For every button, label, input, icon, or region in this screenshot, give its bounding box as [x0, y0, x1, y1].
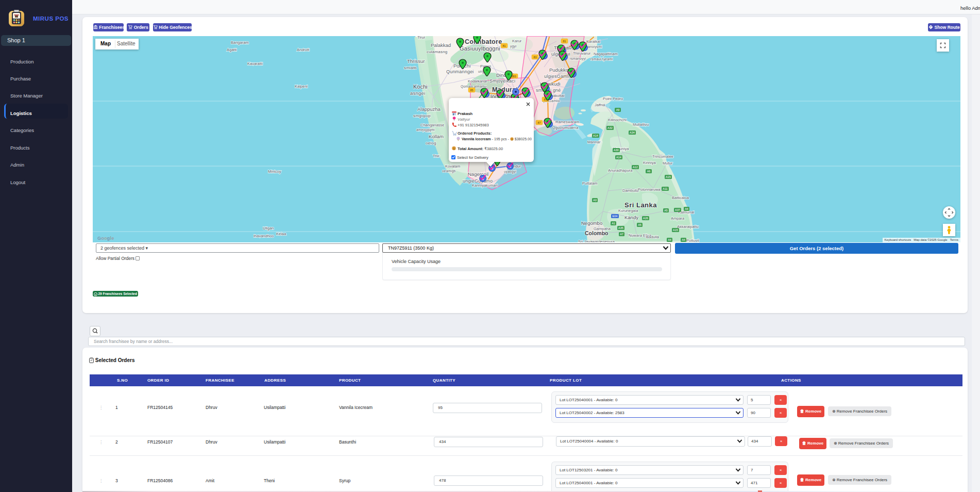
svg-text:Smjoyeikaci: Smjoyeikaci: [489, 78, 515, 84]
svg-text:uyabgyi: uyabgyi: [504, 170, 516, 174]
svg-text:ygyi: ygyi: [510, 44, 516, 48]
svg-text:Minicoy: Minicoy: [268, 169, 281, 174]
svg-text:Batticaloa: Batticaloa: [672, 195, 689, 200]
svg-text:Anuradhapura: Anuradhapura: [608, 168, 633, 173]
svg-text:A14: A14: [616, 156, 621, 159]
svg-text:Mullaitivu: Mullaitivu: [633, 122, 649, 127]
svg-text:Thrissur: Thrissur: [407, 58, 425, 64]
svg-text:87: 87: [537, 121, 540, 124]
svg-text:A9: A9: [616, 108, 620, 111]
svg-text:Pottuvil: Pottuvil: [686, 238, 699, 242]
svg-text:Akkaraipattu: Akkaraipattu: [677, 224, 699, 229]
svg-text:asngei: asngei: [410, 90, 425, 96]
svg-text:A4: A4: [685, 207, 688, 210]
svg-text:A5: A5: [664, 209, 668, 212]
svg-text:Kurunegala: Kurunegala: [618, 208, 638, 213]
svg-text:Dambulla: Dambulla: [622, 188, 639, 193]
svg-text:Jaffna: Jaffna: [595, 103, 605, 107]
svg-text:Palakkad: Palakkad: [431, 42, 451, 48]
svg-text:Kelaa: Kelaa: [276, 232, 286, 236]
svg-text:rsmanoyyi: rsmanoyyi: [570, 57, 586, 61]
svg-text:85: 85: [470, 89, 473, 92]
svg-text:A6: A6: [647, 170, 651, 173]
svg-text:Mutur: Mutur: [663, 161, 673, 166]
svg-text:A15: A15: [673, 228, 678, 232]
svg-text:Changanasse: Changanasse: [420, 123, 444, 127]
svg-text:A1: A1: [612, 222, 615, 225]
svg-text:A4: A4: [682, 238, 685, 241]
svg-text:Kanniyakumari: Kanniyakumari: [472, 183, 498, 188]
svg-text:Ihavandhoo: Ihavandhoo: [254, 234, 274, 238]
svg-text:A3: A3: [593, 199, 597, 202]
svg-text:A12: A12: [633, 166, 638, 169]
svg-text:Sri Jayawardenepura: Sri Jayawardenepura: [578, 239, 615, 242]
svg-text:E04: E04: [613, 215, 618, 218]
svg-text:Gasiuuylbqggni: Gasiuuylbqggni: [460, 45, 500, 52]
svg-text:A32: A32: [607, 126, 613, 129]
svg-text:Polonnaruwa: Polonnaruwa: [638, 187, 661, 192]
svg-text:83: 83: [533, 56, 536, 59]
svg-text:A35: A35: [618, 226, 623, 229]
svg-text:Agatti: Agatti: [227, 47, 237, 52]
svg-text:Tirur: Tirur: [417, 36, 426, 40]
svg-text:A26: A26: [643, 217, 648, 220]
svg-text:Badulla: Badulla: [646, 235, 660, 239]
svg-text:Point Pedro: Point Pedro: [603, 96, 623, 101]
svg-text:Kodaikanal: Kodaikanal: [468, 79, 487, 84]
svg-text:smgiqoqi: smgiqoqi: [413, 113, 431, 118]
svg-text:Gampaha: Gampaha: [594, 226, 611, 231]
svg-text:Kollam: Kollam: [429, 134, 444, 139]
svg-text:Andrott: Andrott: [297, 47, 310, 52]
svg-text:A7: A7: [620, 233, 623, 236]
svg-text:Kinniya: Kinniya: [643, 160, 656, 165]
svg-text:A30: A30: [614, 149, 619, 152]
svg-text:Kalpeni: Kalpeni: [295, 84, 308, 89]
svg-text:Kilinochchi: Kilinochchi: [608, 118, 627, 122]
svg-text:A14: A14: [593, 134, 598, 137]
svg-text:Karaikal: Karaikal: [586, 39, 600, 44]
svg-text:Trincomalee: Trincomalee: [652, 154, 673, 159]
svg-text:ameoodqmi: ameoodqmi: [416, 128, 435, 132]
svg-text:rsmauLtyeami: rsmauLtyeami: [590, 57, 613, 61]
svg-text:oeamigb: oeamigb: [442, 169, 456, 173]
svg-text:culamasng: culamasng: [427, 50, 448, 54]
svg-text:81: 81: [563, 40, 566, 43]
svg-text:Sri Lanka: Sri Lanka: [624, 201, 657, 209]
svg-text:A11: A11: [663, 187, 667, 190]
svg-text:Mannar: Mannar: [587, 140, 601, 144]
svg-text:A15: A15: [666, 175, 671, 178]
svg-text:81: 81: [502, 44, 505, 47]
svg-text:Uligan: Uligan: [263, 226, 274, 231]
svg-text:$: $: [511, 138, 513, 141]
svg-text:A37: A37: [675, 208, 680, 211]
svg-text:Kandy: Kandy: [624, 215, 638, 220]
svg-text:Qunmanngei: Qunmanngei: [446, 69, 474, 74]
svg-text:ungieGuyamo: ungieGuyamo: [463, 178, 493, 184]
svg-text:Thiruvarur: Thiruvarur: [573, 51, 591, 56]
svg-text:Bangaram: Bangaram: [231, 40, 249, 45]
svg-text:Kochi: Kochi: [413, 84, 428, 90]
svg-text:smlatb: smlatb: [404, 65, 417, 70]
svg-text:A5: A5: [638, 223, 641, 226]
svg-text:A4: A4: [668, 238, 671, 241]
svg-text:Puttalam: Puttalam: [582, 181, 598, 186]
svg-text:Qguolumuaena: Qguolumuaena: [552, 126, 578, 130]
svg-text:oeiog: oeiog: [426, 141, 436, 145]
svg-text:Ampara: Ampara: [671, 216, 685, 221]
svg-text:Kovalam: Kovalam: [445, 164, 460, 169]
svg-text:Coimbatore: Coimbatore: [465, 38, 502, 45]
svg-text:Thir: Thir: [433, 154, 440, 158]
svg-text:Alappuzha: Alappuzha: [417, 106, 441, 112]
svg-text:Nagapattinam: Nagapattinam: [594, 52, 618, 56]
svg-text:Karur: Karur: [512, 39, 522, 43]
svg-text:Rameswaram: Rameswaram: [555, 120, 579, 124]
svg-text:A34: A34: [630, 131, 635, 134]
svg-text:Kavaratti: Kavaratti: [247, 61, 263, 66]
svg-text:Negombo: Negombo: [581, 220, 602, 226]
